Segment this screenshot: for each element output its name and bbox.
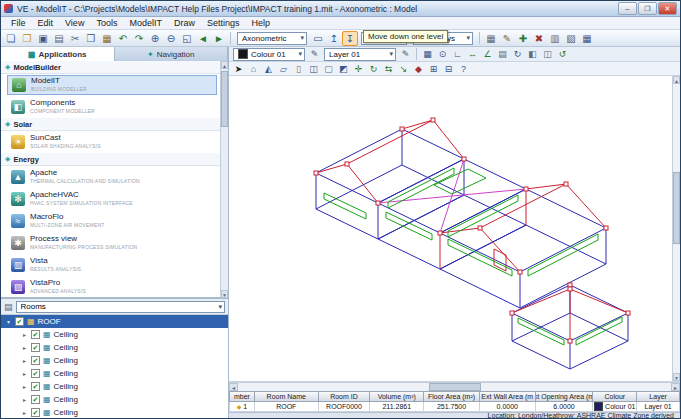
edit-layer-icon[interactable]: ✎ bbox=[398, 48, 413, 61]
draw-roof-icon[interactable]: ◭ bbox=[261, 62, 276, 75]
app-item-modelit[interactable]: ⌂ ModelITBUILDING MODELLER bbox=[7, 75, 217, 95]
plan-view-icon[interactable]: ▭ bbox=[310, 31, 326, 46]
tree-item[interactable]: ▸ ✔ ▦ Ceiling bbox=[1, 380, 228, 393]
select-arrow-icon[interactable]: ➤ bbox=[231, 62, 246, 75]
checkbox-icon[interactable]: ✔ bbox=[31, 330, 40, 339]
storey-settings-icon[interactable]: ▥ bbox=[547, 31, 563, 46]
expander-icon[interactable]: ▸ bbox=[21, 370, 28, 377]
mirror-tool-icon[interactable]: ⇆ bbox=[381, 62, 396, 75]
expander-icon[interactable]: ▾ bbox=[5, 318, 12, 325]
query-icon[interactable]: ? bbox=[456, 62, 471, 75]
browse-mode-icon[interactable]: ▤ bbox=[4, 302, 13, 312]
refresh-icon[interactable]: ↺ bbox=[555, 48, 570, 61]
scale-tool-icon[interactable]: ↘ bbox=[396, 62, 411, 75]
previous-view-icon[interactable]: ◄ bbox=[195, 31, 211, 46]
tree-item[interactable]: ▾ ✔ ▦ ROOF bbox=[1, 315, 228, 328]
menu-item[interactable]: Draw bbox=[168, 18, 201, 28]
tree-item[interactable]: ▸ ✔ ▦ Ceiling bbox=[1, 354, 228, 367]
column-header[interactable]: Layer bbox=[637, 391, 680, 402]
expander-icon[interactable]: ▸ bbox=[21, 396, 28, 403]
place-hole-icon[interactable]: ▢ bbox=[321, 62, 336, 75]
close-button[interactable]: ✕ bbox=[658, 2, 677, 15]
app-item-apachehvac[interactable]: ✻ ApacheHVACHVAC SYSTEM SIMULATION INTER… bbox=[1, 188, 221, 210]
snap-grid-icon[interactable]: ▦ bbox=[420, 48, 435, 61]
column-header[interactable]: Ext Wall Area (m bbox=[480, 391, 536, 402]
expander-icon[interactable]: ▸ bbox=[21, 383, 28, 390]
print-icon[interactable]: ▤ bbox=[51, 31, 67, 46]
view-mode-combo[interactable]: Axonometric ▾ bbox=[237, 32, 307, 45]
scroll-down-icon[interactable]: ▼ bbox=[221, 290, 228, 298]
edit-colour-icon[interactable]: ✎ bbox=[307, 48, 322, 61]
column-header[interactable]: Floor Area (m²) bbox=[424, 391, 480, 402]
place-window-icon[interactable]: ◫ bbox=[306, 62, 321, 75]
rooms-selector-combo[interactable]: Rooms ▾ bbox=[16, 301, 225, 313]
split-space-icon[interactable]: ⊟ bbox=[441, 62, 456, 75]
scrollbar-thumb[interactable] bbox=[221, 71, 228, 127]
tree-item[interactable]: ▸ ✔ ▦ Ceiling bbox=[1, 406, 228, 419]
app-item-process-view[interactable]: ✱ Process viewMANUFACTURING PROCESS SIMU… bbox=[1, 232, 221, 254]
shaded-view-icon[interactable]: ◧ bbox=[525, 48, 540, 61]
scroll-up-icon[interactable]: ▲ bbox=[221, 61, 228, 69]
tree-item[interactable]: ▸ ✔ ▦ Ceiling bbox=[1, 393, 228, 406]
minimize-button[interactable]: – bbox=[618, 2, 637, 15]
scroll-up-icon[interactable]: ▲ bbox=[673, 76, 680, 84]
checkbox-icon[interactable]: ✔ bbox=[15, 317, 24, 326]
draw-partition-icon[interactable]: ▱ bbox=[276, 62, 291, 75]
column-header[interactable]: Colour bbox=[593, 391, 637, 402]
maximize-button[interactable]: ❐ bbox=[638, 2, 657, 15]
app-item-apache[interactable]: ▲ ApacheTHERMAL CALCULATION AND SIMULATI… bbox=[1, 166, 221, 188]
tree-item[interactable]: ▸ ✔ ▦ Ceiling bbox=[1, 367, 228, 380]
menu-item[interactable]: Edit bbox=[32, 18, 60, 28]
redo-icon[interactable]: ↷ bbox=[131, 31, 147, 46]
expander-icon[interactable]: ▸ bbox=[21, 409, 28, 416]
checkbox-icon[interactable]: ✔ bbox=[31, 395, 40, 404]
scroll-right-icon[interactable]: ► bbox=[671, 383, 680, 391]
scrollbar-thumb[interactable] bbox=[429, 383, 481, 391]
colour-combo[interactable]: Colour 01 ▾ bbox=[233, 48, 305, 61]
rotate-tool-icon[interactable]: ↻ bbox=[366, 62, 381, 75]
zoom-out-icon[interactable]: ⊖ bbox=[163, 31, 179, 46]
menu-item[interactable]: ModelIT bbox=[123, 18, 168, 28]
paste-icon[interactable]: ▦ bbox=[99, 31, 115, 46]
menu-item[interactable]: View bbox=[59, 18, 90, 28]
move-down-level-icon[interactable]: ↧ bbox=[342, 31, 358, 46]
measure-icon[interactable]: ↔ bbox=[465, 48, 480, 61]
tree-item[interactable]: ▸ ✔ ▦ Ceiling bbox=[1, 341, 228, 354]
column-header[interactable]: xt Opening Area (m bbox=[536, 391, 594, 402]
tree-item[interactable]: ▸ ✔ ▦ Ceiling bbox=[1, 328, 228, 341]
checkbox-icon[interactable]: ✔ bbox=[31, 382, 40, 391]
scroll-left-icon[interactable]: ◄ bbox=[229, 383, 238, 391]
app-item-vista[interactable]: ▥ VistaRESULTS ANALYSIS bbox=[1, 254, 221, 276]
grid-icon[interactable]: ▦ bbox=[579, 31, 595, 46]
model-viewport[interactable]: ▲ ▼ bbox=[229, 76, 680, 382]
applications-scrollbar[interactable]: ▲ ▼ bbox=[220, 61, 228, 298]
app-item-components[interactable]: ◧ ComponentsCOMPONENT MODELLER bbox=[1, 96, 221, 118]
save-icon[interactable]: ▣ bbox=[35, 31, 51, 46]
grid-settings-icon[interactable]: ▤ bbox=[495, 48, 510, 61]
place-rooflight-icon[interactable]: ◩ bbox=[336, 62, 351, 75]
open-folder-icon[interactable]: ❐ bbox=[19, 31, 35, 46]
add-storey-icon[interactable]: ✚ bbox=[515, 31, 531, 46]
column-header[interactable]: Volume (m³) bbox=[370, 391, 424, 402]
expander-icon[interactable]: ▸ bbox=[21, 344, 28, 351]
ortho-lock-icon[interactable]: ∟ bbox=[450, 48, 465, 61]
scroll-down-icon[interactable]: ▼ bbox=[673, 373, 680, 381]
zoom-in-icon[interactable]: ⊕ bbox=[147, 31, 163, 46]
lock-storey-icon[interactable]: ▦ bbox=[483, 31, 499, 46]
app-item-vistapro[interactable]: ▨ VistaProADVANCED ANALYSIS bbox=[1, 276, 221, 298]
snap-vertex-icon[interactable]: ⊙ bbox=[435, 48, 450, 61]
edit-points-icon[interactable]: ◆ bbox=[411, 62, 426, 75]
menu-item[interactable]: File bbox=[5, 18, 32, 28]
checkbox-icon[interactable]: ✔ bbox=[31, 356, 40, 365]
checkbox-icon[interactable]: ✔ bbox=[31, 369, 40, 378]
angle-icon[interactable]: ∠ bbox=[480, 48, 495, 61]
move-up-level-icon[interactable]: ↥ bbox=[326, 31, 342, 46]
canvas-vertical-scrollbar[interactable]: ▲ ▼ bbox=[672, 76, 680, 381]
copy-icon[interactable]: ❒ bbox=[83, 31, 99, 46]
expander-icon[interactable]: ▸ bbox=[21, 331, 28, 338]
column-header[interactable]: mber bbox=[229, 391, 255, 402]
column-header[interactable]: Room Name bbox=[255, 391, 319, 402]
canvas-horizontal-scrollbar[interactable]: ◄ ► bbox=[229, 382, 680, 391]
menu-item[interactable]: Help bbox=[245, 18, 276, 28]
app-item-macroflo[interactable]: ≈ MacroFloMULTI-ZONE AIR MOVEMENT bbox=[1, 210, 221, 232]
